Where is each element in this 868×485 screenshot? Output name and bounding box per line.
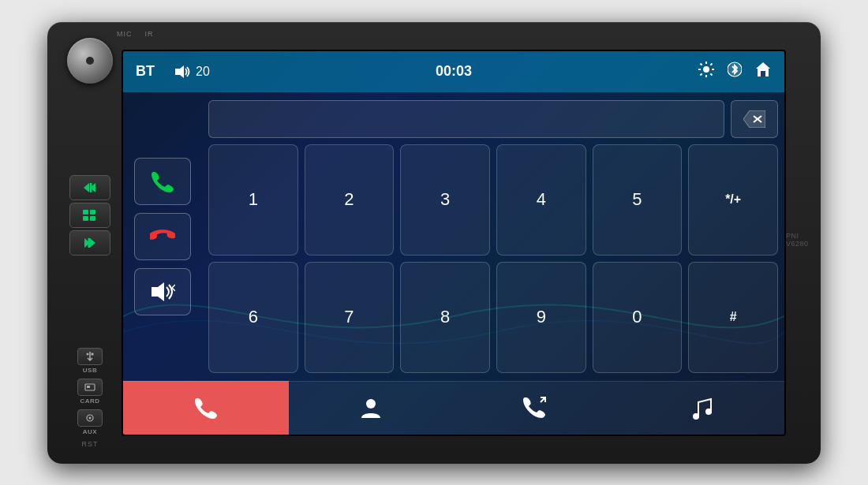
bluetooth-icon[interactable] <box>728 61 742 82</box>
right-panel: PNI V6280 <box>786 232 810 254</box>
next-button[interactable] <box>69 230 110 256</box>
usb-icon <box>77 348 103 365</box>
mic-label: MIC <box>117 30 133 38</box>
svg-rect-4 <box>90 210 95 215</box>
number-grid: 1 2 3 4 5 */+ 6 7 8 9 0 # <box>208 144 778 373</box>
card-slot[interactable]: CARD <box>77 379 103 405</box>
svg-rect-5 <box>83 216 88 221</box>
aux-label: AUX <box>83 428 97 435</box>
volume-display: 20 <box>174 65 210 79</box>
svg-rect-28 <box>761 71 765 76</box>
key-4[interactable]: 4 <box>496 144 586 256</box>
dial-input[interactable] <box>208 100 724 138</box>
svg-rect-11 <box>92 353 94 355</box>
status-bar: BT 20 00:03 <box>123 51 784 92</box>
input-row <box>208 100 778 138</box>
key-hash[interactable]: # <box>688 262 778 373</box>
key-2[interactable]: 2 <box>305 144 395 256</box>
svg-rect-3 <box>83 210 88 215</box>
model-label: PNI V6280 <box>786 232 810 248</box>
usb-port[interactable]: USB <box>77 348 103 374</box>
key-6[interactable]: 6 <box>208 262 298 373</box>
svg-point-34 <box>693 413 699 420</box>
volume-value: 20 <box>196 65 210 79</box>
key-9[interactable]: 9 <box>496 262 586 373</box>
svg-marker-16 <box>175 65 184 78</box>
prev-button[interactable] <box>69 175 110 200</box>
ir-label: IR <box>145 30 154 38</box>
svg-line-24 <box>710 64 712 65</box>
svg-line-25 <box>700 73 702 75</box>
svg-rect-13 <box>87 386 90 388</box>
svg-line-23 <box>710 73 712 75</box>
end-call-button[interactable] <box>134 213 191 260</box>
svg-point-10 <box>87 353 89 355</box>
rst-label: RST <box>82 440 99 448</box>
nav-phone[interactable] <box>123 381 289 435</box>
svg-rect-6 <box>90 216 95 221</box>
svg-marker-9 <box>90 238 95 248</box>
stereo-unit: MIC IR <box>47 22 821 464</box>
key-7[interactable]: 7 <box>305 262 395 373</box>
svg-point-33 <box>366 399 376 409</box>
main-content-area: 1 2 3 4 5 */+ 6 7 8 9 0 # <box>123 92 784 381</box>
time-display: 00:03 <box>436 63 472 80</box>
svg-point-35 <box>705 409 712 415</box>
mode-indicator: BT <box>136 63 155 80</box>
svg-rect-8 <box>88 238 91 248</box>
usb-label: USB <box>83 367 97 374</box>
nav-buttons <box>69 175 110 256</box>
backspace-button[interactable] <box>731 100 778 138</box>
dialpad-area: 1 2 3 4 5 */+ 6 7 8 9 0 # <box>202 92 784 381</box>
card-label: CARD <box>80 397 99 405</box>
nav-contacts[interactable] <box>289 381 455 435</box>
aux-port[interactable]: AUX <box>77 409 103 435</box>
aux-icon <box>77 409 103 427</box>
nav-call-log[interactable] <box>454 381 619 435</box>
nav-music[interactable] <box>619 381 785 435</box>
key-3[interactable]: 3 <box>400 144 490 256</box>
brightness-icon[interactable] <box>698 61 715 82</box>
key-8[interactable]: 8 <box>400 262 490 373</box>
key-5[interactable]: 5 <box>593 144 683 256</box>
svg-point-15 <box>89 416 92 419</box>
key-0[interactable]: 0 <box>593 262 683 373</box>
side-connectors: USB CARD AUX <box>77 348 103 448</box>
menu-button[interactable] <box>69 203 110 228</box>
svg-marker-0 <box>84 183 89 192</box>
card-icon <box>77 379 103 396</box>
key-star-plus[interactable]: */+ <box>688 144 778 256</box>
volume-icon <box>174 65 191 79</box>
volume-knob[interactable] <box>67 38 113 84</box>
bottom-navigation <box>123 381 784 435</box>
main-screen: BT 20 00:03 <box>122 50 786 436</box>
key-1[interactable]: 1 <box>208 144 298 256</box>
svg-marker-29 <box>152 282 164 301</box>
call-button[interactable] <box>134 158 191 205</box>
svg-point-17 <box>703 66 709 73</box>
status-icons <box>698 61 772 82</box>
svg-marker-30 <box>743 110 765 128</box>
speaker-button[interactable] <box>134 268 191 315</box>
left-panel: USB CARD AUX <box>58 32 122 454</box>
svg-line-22 <box>700 64 702 65</box>
home-icon[interactable] <box>754 61 772 82</box>
action-column <box>123 92 202 381</box>
